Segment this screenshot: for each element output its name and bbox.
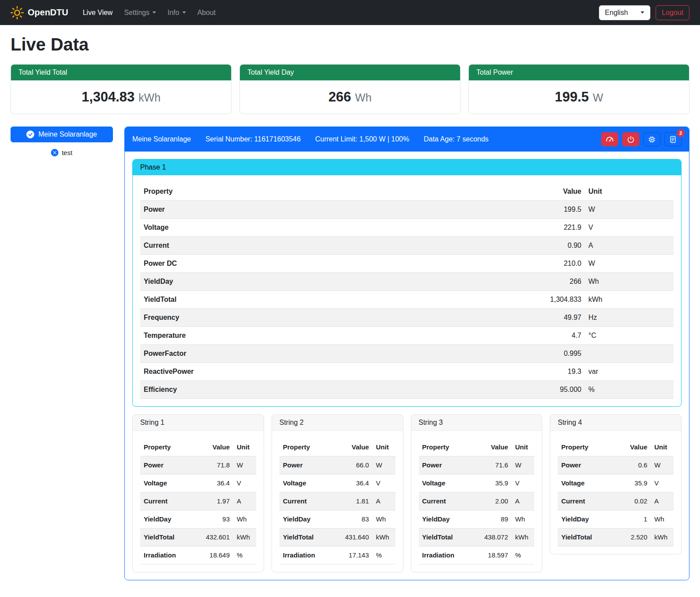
- property-value: 89: [480, 510, 511, 528]
- property-value: 1: [619, 510, 651, 528]
- total-yield-day-unit: Wh: [355, 91, 372, 104]
- limit-settings-button[interactable]: [601, 132, 618, 146]
- column-header-value: Value: [341, 438, 373, 456]
- property-unit: V: [585, 219, 674, 237]
- brand-label: OpenDTU: [28, 7, 68, 18]
- property-value: 0.995: [536, 345, 585, 363]
- property-value: 35.9: [619, 474, 651, 492]
- property-unit: Hz: [585, 309, 674, 327]
- table-header-row: Property Value Unit: [419, 438, 535, 456]
- string-3-body: Property Value Unit Power71.6W Voltage35…: [411, 431, 542, 572]
- string-3-table: Property Value Unit Power71.6W Voltage35…: [419, 438, 535, 564]
- property-unit: kWh: [651, 528, 674, 546]
- property-value: 431.640: [341, 528, 373, 546]
- inverter-data-age: Data Age: 7 seconds: [424, 135, 489, 143]
- property-label: Power: [140, 201, 536, 219]
- property-unit: kWh: [233, 528, 256, 546]
- x-circle-icon[interactable]: [51, 149, 58, 156]
- table-row: Power DC210.0W: [140, 255, 674, 273]
- inverter-actions: 2: [601, 132, 682, 146]
- property-unit: %: [585, 381, 674, 399]
- property-label: Current: [279, 492, 341, 510]
- property-unit: W: [585, 255, 674, 273]
- power-icon: [627, 136, 635, 143]
- table-row: Voltage35.9V: [419, 474, 535, 492]
- column-header-value: Value: [536, 183, 585, 201]
- table-row: Voltage36.4V: [140, 474, 256, 492]
- brand[interactable]: OpenDTU: [11, 6, 68, 19]
- property-unit: [585, 345, 674, 363]
- column-header-value: Value: [480, 438, 511, 456]
- table-row: Power199.5W: [140, 201, 674, 219]
- property-label: YieldDay: [140, 510, 202, 528]
- nav-item-about-label: About: [197, 9, 216, 17]
- main-panel: Meine Solaranlage Serial Number: 1161716…: [124, 127, 689, 580]
- sidebar-item-test[interactable]: test: [11, 149, 113, 156]
- device-info-button[interactable]: [643, 132, 660, 146]
- property-unit: kWh: [373, 528, 395, 546]
- column-header-value: Value: [619, 438, 651, 456]
- property-unit: Wh: [373, 510, 395, 528]
- string-4-card: String 4 Property Value Unit: [550, 414, 682, 554]
- language-select-value: English: [605, 9, 628, 17]
- table-row: Irradiation18.597%: [419, 546, 535, 564]
- inverter-select-button[interactable]: Meine Solaranlage: [11, 127, 113, 142]
- property-value: 71.8: [202, 456, 233, 474]
- property-label: Voltage: [419, 474, 480, 492]
- table-row: Current2.00A: [419, 492, 535, 510]
- property-value: 49.97: [536, 309, 585, 327]
- table-row: Efficiency95.000%: [140, 381, 674, 399]
- card-value-area: 1,304.83kWh: [11, 80, 231, 114]
- property-unit: var: [585, 363, 674, 381]
- column-header-value: Value: [202, 438, 233, 456]
- power-button[interactable]: [622, 132, 639, 146]
- check-circle-icon: [26, 130, 34, 138]
- property-unit: kWh: [511, 528, 534, 546]
- property-unit: V: [651, 474, 674, 492]
- nav-item-info[interactable]: Info: [162, 5, 192, 20]
- inverter-select-label: Meine Solaranlage: [38, 130, 97, 138]
- nav-item-about[interactable]: About: [192, 5, 221, 20]
- column-header-property: Property: [140, 438, 202, 456]
- property-unit: A: [511, 492, 534, 510]
- table-row: YieldTotal432.601kWh: [140, 528, 256, 546]
- property-label: Voltage: [140, 474, 202, 492]
- language-select[interactable]: English: [599, 5, 650, 20]
- string-4-table: Property Value Unit Power0.6W Voltage35.…: [558, 438, 674, 546]
- nav-item-live-view[interactable]: Live View: [77, 5, 118, 20]
- table-row: Current0.02A: [558, 492, 674, 510]
- total-yield-day-value: 266: [328, 89, 351, 105]
- property-label: YieldTotal: [140, 291, 536, 309]
- property-value: 2.00: [480, 492, 511, 510]
- property-value: 19.3: [536, 363, 585, 381]
- property-unit: A: [233, 492, 256, 510]
- table-row: YieldDay266Wh: [140, 273, 674, 291]
- table-row: Irradiation17.143%: [279, 546, 395, 564]
- column-header-property: Property: [279, 438, 341, 456]
- string-1-title: String 1: [133, 415, 264, 431]
- nav-item-info-label: Info: [167, 9, 179, 17]
- events-button[interactable]: 2: [664, 132, 682, 146]
- cpu-icon: [648, 136, 656, 143]
- inverter-card-body: Phase 1 Property Value Unit: [125, 152, 689, 580]
- property-label: YieldDay: [140, 273, 536, 291]
- logout-button[interactable]: Logout: [656, 5, 689, 20]
- nav-item-settings[interactable]: Settings: [118, 5, 162, 20]
- table-row: Power0.6W: [558, 456, 674, 474]
- property-label: Irradiation: [279, 546, 341, 564]
- string-1-table: Property Value Unit Power71.8W Voltage36…: [140, 438, 256, 564]
- property-value: 4.7: [536, 327, 585, 345]
- main-row: Meine Solaranlage test Meine Solaranlage…: [11, 127, 689, 580]
- table-row: YieldDay83Wh: [279, 510, 395, 528]
- property-unit: kWh: [585, 291, 674, 309]
- string-4-body: Property Value Unit Power0.6W Voltage35.…: [550, 431, 681, 554]
- inverter-card-header: Meine Solaranlage Serial Number: 1161716…: [125, 127, 689, 152]
- property-unit: %: [511, 546, 534, 564]
- property-label: Irradiation: [419, 546, 480, 564]
- string-3-title: String 3: [411, 415, 542, 431]
- property-label: Power: [140, 456, 202, 474]
- property-label: Power: [279, 456, 341, 474]
- property-label: YieldTotal: [279, 528, 341, 546]
- table-row: Voltage35.9V: [558, 474, 674, 492]
- property-value: 35.9: [480, 474, 511, 492]
